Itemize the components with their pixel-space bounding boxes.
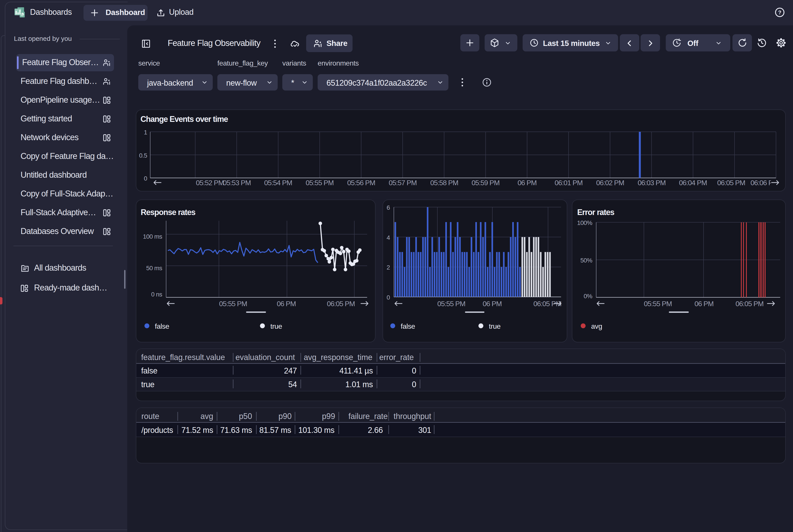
svg-text:false: false xyxy=(155,322,169,330)
svg-text:Error rates: Error rates xyxy=(577,208,614,217)
svg-text:06:05 PM: 06:05 PM xyxy=(327,300,355,308)
svg-text:05:59 PM: 05:59 PM xyxy=(472,179,500,187)
svg-text:1: 1 xyxy=(144,129,147,136)
svg-text:0 ns: 0 ns xyxy=(151,291,162,298)
svg-text:2: 2 xyxy=(387,264,390,271)
svg-text:50%: 50% xyxy=(580,257,592,264)
svg-text:05:54 PM: 05:54 PM xyxy=(264,179,292,187)
svg-text:06:01 PM: 06:01 PM xyxy=(555,179,583,187)
svg-text:?: ? xyxy=(778,10,781,16)
svg-text:05:53 PM: 05:53 PM xyxy=(223,179,251,187)
svg-text:06 PM: 06 PM xyxy=(277,300,296,308)
svg-text:0: 0 xyxy=(387,294,390,301)
svg-text:true: true xyxy=(489,322,500,330)
svg-text:Response rates: Response rates xyxy=(141,208,196,217)
svg-text:false: false xyxy=(401,322,415,330)
svg-text:100%: 100% xyxy=(577,220,592,226)
svg-text:true: true xyxy=(270,322,282,330)
svg-text:06:06 P: 06:06 P xyxy=(750,179,773,187)
svg-text:05:55 PM: 05:55 PM xyxy=(219,300,247,308)
svg-text:05:56 PM: 05:56 PM xyxy=(347,179,375,187)
svg-text:6: 6 xyxy=(387,204,390,211)
svg-text:0%: 0% xyxy=(584,293,592,300)
svg-text:0.5: 0.5 xyxy=(139,152,147,159)
svg-text:100 ms: 100 ms xyxy=(143,233,162,240)
svg-text:06:02 PM: 06:02 PM xyxy=(596,179,624,187)
svg-text:05:52 PM: 05:52 PM xyxy=(196,179,224,187)
svg-text:05:55 PM: 05:55 PM xyxy=(306,179,334,187)
svg-text:06 PM: 06 PM xyxy=(483,300,502,308)
svg-text:Change Events over time: Change Events over time xyxy=(141,115,228,124)
svg-text:06:05 PM: 06:05 PM xyxy=(717,179,745,187)
svg-text:06:04 PM: 06:04 PM xyxy=(679,179,707,187)
svg-text:06:05 PM: 06:05 PM xyxy=(736,300,763,308)
svg-text:05:55 PM: 05:55 PM xyxy=(437,300,465,308)
svg-text:05:58 PM: 05:58 PM xyxy=(430,179,458,187)
svg-text:05:55 PM: 05:55 PM xyxy=(644,300,672,308)
svg-text:05:57 PM: 05:57 PM xyxy=(389,179,417,187)
svg-text:50 ms: 50 ms xyxy=(146,265,162,271)
svg-text:avg: avg xyxy=(591,322,602,330)
svg-text:4: 4 xyxy=(387,234,390,241)
svg-text:06:03 PM: 06:03 PM xyxy=(638,179,666,187)
svg-text:06 PM: 06 PM xyxy=(518,179,537,187)
svg-text:0: 0 xyxy=(144,175,147,182)
svg-text:06 PM: 06 PM xyxy=(695,300,714,308)
